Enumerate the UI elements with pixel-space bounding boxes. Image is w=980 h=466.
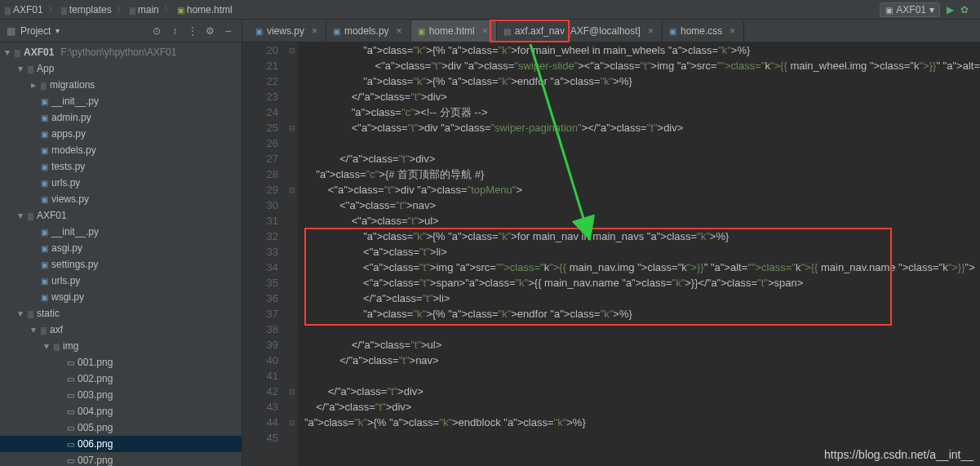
- tree-row[interactable]: 004.png: [0, 403, 242, 419]
- project-panel-title: Project: [20, 25, 51, 37]
- code-line[interactable]: "a">class="k">{% "a">class="k">endblock …: [304, 415, 980, 430]
- tree-label: admin.py: [51, 112, 91, 123]
- tree-row[interactable]: migrations: [0, 77, 242, 93]
- select-opened-icon[interactable]: [150, 24, 163, 38]
- breadcrumb-item[interactable]: AXF01: [5, 4, 43, 16]
- tree-row[interactable]: asgi.py: [0, 240, 242, 256]
- divider-icon: [186, 24, 199, 38]
- code-line[interactable]: "a">class="k">{% "a">class="k">endfor "a…: [304, 306, 980, 322]
- code-line[interactable]: <"a">class="t">span>"a">class="k">{{ mai…: [304, 275, 980, 291]
- tab-label: home.html: [429, 25, 475, 37]
- tree-row[interactable]: 005.png: [0, 419, 242, 436]
- close-icon[interactable]: [308, 25, 317, 37]
- py-icon: [41, 144, 48, 156]
- folder-icon: [5, 4, 11, 16]
- breadcrumb-item[interactable]: templates: [61, 4, 112, 16]
- py-icon: [333, 25, 340, 37]
- py-icon: [41, 112, 48, 123]
- py-icon: [41, 291, 48, 303]
- tree-row[interactable]: __init__.py: [0, 93, 242, 109]
- tree-row[interactable]: 006.png: [0, 436, 242, 452]
- tree-row[interactable]: 003.png: [0, 387, 242, 403]
- tree-row[interactable]: admin.py: [0, 109, 242, 126]
- code-line[interactable]: </"a">class="t">div>: [304, 399, 980, 415]
- code-line[interactable]: [304, 430, 980, 446]
- tree-row[interactable]: 001.png: [0, 354, 242, 371]
- tree-row[interactable]: 007.png: [0, 452, 242, 466]
- code-line[interactable]: </"a">class="t">nav>: [304, 353, 980, 368]
- tree-label: 004.png: [78, 406, 113, 417]
- tree-row[interactable]: axf: [0, 322, 242, 338]
- png-icon: [67, 389, 74, 401]
- tree-row[interactable]: tests.py: [0, 158, 242, 175]
- breadcrumb-item[interactable]: main: [130, 4, 159, 16]
- run-config-selector[interactable]: AXF01 ▾: [880, 2, 940, 17]
- editor-tab[interactable]: views.py: [249, 20, 326, 42]
- tree-row[interactable]: wsgi.py: [0, 289, 242, 305]
- breadcrumb-item[interactable]: home.html: [177, 4, 233, 16]
- tree-label: models.py: [51, 144, 96, 156]
- code-line[interactable]: </"a">class="t">ul>: [304, 337, 980, 353]
- db-icon: [503, 25, 511, 37]
- code-line[interactable]: "a">class="k">{% "a">class="k">endfor "a…: [304, 73, 980, 89]
- tree-row[interactable]: static: [0, 305, 242, 322]
- tab-label: models.py: [344, 25, 389, 37]
- run-settings-button[interactable]: [960, 4, 969, 16]
- code-line[interactable]: <"a">class="t">div "a">class="topMenu">: [304, 182, 980, 197]
- code-line[interactable]: </"a">class="t">div>: [304, 151, 980, 166]
- tree-label: 002.png: [78, 373, 113, 384]
- code-line[interactable]: </"a">class="t">div>: [304, 89, 980, 104]
- toolbar-right: AXF01 ▾: [880, 2, 969, 17]
- gear-icon[interactable]: [204, 24, 217, 38]
- code-line[interactable]: </"a">class="t">div>: [304, 384, 980, 399]
- tree-row[interactable]: urls.py: [0, 273, 242, 289]
- code-line[interactable]: <"a">class="t">li>: [304, 244, 980, 260]
- py-icon: [41, 161, 48, 172]
- tree-row[interactable]: urls.py: [0, 175, 242, 191]
- tree-row[interactable]: AXF01: [0, 207, 242, 224]
- code-line[interactable]: <"a">class="t">img "a">src="">class="k">…: [304, 260, 980, 275]
- fold-column[interactable]: [286, 42, 298, 466]
- code-lines[interactable]: "a">class="k">{% "a">class="k">for main_…: [298, 42, 980, 466]
- code-line[interactable]: <"a">class="t">div "a">class="swiper-sli…: [304, 58, 980, 73]
- py-icon: [41, 242, 48, 254]
- hide-panel-icon[interactable]: [222, 24, 235, 38]
- tree-row[interactable]: views.py: [0, 191, 242, 207]
- tree-row[interactable]: apps.py: [0, 126, 242, 142]
- tree-row[interactable]: __init__.py: [0, 224, 242, 240]
- code-line[interactable]: [304, 135, 980, 151]
- py-icon: [41, 259, 48, 270]
- close-icon[interactable]: [726, 25, 735, 37]
- code-line[interactable]: <"a">class="t">nav>: [304, 197, 980, 213]
- close-icon[interactable]: [645, 25, 654, 37]
- editor-tab[interactable]: home.html: [411, 20, 497, 42]
- editor-tab[interactable]: models.py: [326, 20, 411, 42]
- code-line[interactable]: "a">class="k">{% "a">class="k">for main_…: [304, 42, 980, 58]
- folder-icon: [130, 4, 135, 16]
- tree-row[interactable]: settings.py: [0, 256, 242, 273]
- code-line[interactable]: [304, 322, 980, 337]
- close-icon[interactable]: [479, 25, 488, 37]
- project-tree[interactable]: AXF01 F:\python\yhpython\AXF01 Appmigrat…: [0, 42, 242, 466]
- code-line[interactable]: [304, 368, 980, 384]
- code-line[interactable]: <"a">class="t">div "a">class="swiper-pag…: [304, 120, 980, 135]
- tree-row-root[interactable]: AXF01 F:\python\yhpython\AXF01: [0, 44, 242, 60]
- code-line[interactable]: </"a">class="t">li>: [304, 291, 980, 306]
- run-button[interactable]: [947, 4, 954, 16]
- tree-label: img: [63, 340, 78, 352]
- editor-tab[interactable]: home.css: [663, 20, 744, 42]
- tree-row[interactable]: img: [0, 338, 242, 354]
- tree-row[interactable]: App: [0, 60, 242, 77]
- expand-all-icon[interactable]: [168, 24, 181, 38]
- code-line[interactable]: "a">class="c"><!-- 分页器 -->: [304, 104, 980, 120]
- png-icon: [67, 422, 74, 433]
- tree-row[interactable]: models.py: [0, 142, 242, 158]
- editor-tab[interactable]: axf.axf_nav [AXF@localhost]: [497, 20, 663, 42]
- tree-row[interactable]: 002.png: [0, 371, 242, 387]
- code-line[interactable]: <"a">class="t">ul>: [304, 213, 980, 229]
- code-editor[interactable]: 2021222324252627282930313233343536373839…: [242, 42, 980, 466]
- code-line[interactable]: "a">class="c">{# 首页顶部的导航 #}: [304, 166, 980, 182]
- code-line[interactable]: "a">class="k">{% "a">class="k">for main_…: [304, 229, 980, 244]
- folder-icon: [28, 210, 33, 221]
- close-icon[interactable]: [393, 25, 402, 37]
